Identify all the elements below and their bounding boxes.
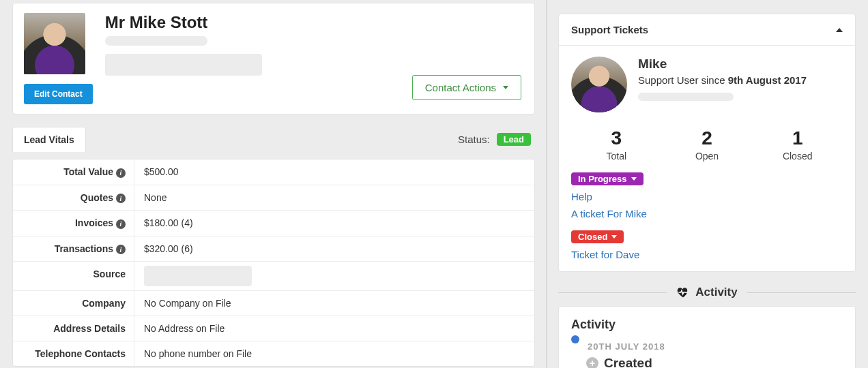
ticket-link[interactable]: Help <box>571 191 843 202</box>
activity-date: 20TH JULY 2018 <box>588 341 843 352</box>
telephone-label: Telephone Contacts <box>35 348 126 359</box>
info-icon[interactable]: i <box>116 245 126 254</box>
chevron-up-icon <box>836 28 843 32</box>
quotes-label: Quotes <box>81 192 113 203</box>
vitals-row-total-value: Total Valuei $500.00 <box>13 159 534 185</box>
source-placeholder-input[interactable] <box>144 266 252 286</box>
lead-vitals-table: Total Valuei $500.00 Quotesi None Invoic… <box>12 159 535 367</box>
address-label: Address Details <box>53 323 126 334</box>
total-value: $500.00 <box>134 159 534 185</box>
plus-circle-icon: + <box>586 357 598 368</box>
avatar-column: Edit Contact <box>24 13 93 104</box>
caret-down-icon <box>631 177 637 181</box>
timeline-dot-icon <box>571 335 579 343</box>
ticket-stat-total: 3 Total <box>571 127 662 162</box>
support-avatar <box>571 57 627 112</box>
address-value: No Address on File <box>134 316 534 341</box>
edit-contact-button[interactable]: Edit Contact <box>24 84 93 104</box>
vitals-row-telephone: Telephone Contacts No phone number on Fi… <box>13 341 534 366</box>
ticket-stats: 3 Total 2 Open 1 Closed <box>571 127 843 162</box>
contact-subtitle-placeholder <box>105 36 207 46</box>
support-tickets-header[interactable]: Support Tickets <box>559 14 855 46</box>
contact-description-placeholder <box>105 54 262 76</box>
heartbeat-icon <box>676 286 690 299</box>
contact-avatar <box>24 13 85 74</box>
activity-header: Activity <box>571 318 843 332</box>
info-icon[interactable]: i <box>116 168 126 178</box>
vitals-row-source: Source <box>13 262 534 291</box>
support-tickets-panel: Support Tickets Mike Support User since … <box>558 14 856 272</box>
support-user-since: Support User since 9th August 2017 <box>638 74 807 86</box>
activity-panel: Activity 20TH JULY 2018 + Created Mr Mik… <box>558 306 856 368</box>
status-label: Status: <box>458 134 490 145</box>
contact-actions-button[interactable]: Contact Actions <box>412 75 521 100</box>
company-label: Company <box>82 298 126 309</box>
vitals-row-company: Company No Company on File <box>13 291 534 316</box>
ticket-stat-open: 2 Open <box>662 127 753 162</box>
ticket-stat-closed: 1 Closed <box>752 127 843 162</box>
tabs-row: Lead Vitals Status: Lead <box>12 127 535 152</box>
vitals-row-quotes: Quotesi None <box>13 185 534 211</box>
company-value: No Company on File <box>134 291 534 316</box>
tab-lead-vitals[interactable]: Lead Vitals <box>12 127 86 152</box>
telephone-value: No phone number on File <box>134 341 534 366</box>
vitals-row-invoices: Invoicesi $180.00 (4) <box>13 211 534 236</box>
source-label: Source <box>93 269 126 279</box>
info-icon[interactable]: i <box>116 219 126 229</box>
closed-badge[interactable]: Closed <box>571 230 624 243</box>
quotes-value: None <box>134 185 534 211</box>
support-tickets-title: Support Tickets <box>571 24 648 35</box>
support-placeholder-line <box>638 93 734 101</box>
caret-down-icon <box>503 86 508 89</box>
status-badge: Lead <box>497 133 531 146</box>
ticket-link[interactable]: Ticket for Dave <box>571 249 843 260</box>
info-icon[interactable]: i <box>116 194 126 203</box>
support-user-name: Mike <box>638 57 807 72</box>
contact-name: Mr Mike Stott <box>105 13 523 32</box>
contact-actions-label: Contact Actions <box>425 82 496 93</box>
ticket-link[interactable]: A ticket For Mike <box>571 208 843 219</box>
invoices-value: $180.00 (4) <box>134 211 534 236</box>
total-value-label: Total Value <box>63 166 113 177</box>
in-progress-badge[interactable]: In Progress <box>571 172 643 185</box>
invoices-label: Invoices <box>75 217 113 228</box>
transactions-label: Transactions <box>55 243 113 254</box>
activity-event-title: Created <box>604 356 652 368</box>
vitals-row-address: Address Details No Address on File <box>13 316 534 341</box>
transactions-value: $320.00 (6) <box>134 236 534 262</box>
activity-section-label: Activity <box>695 286 737 299</box>
activity-section-divider: Activity <box>558 286 856 299</box>
vitals-row-transactions: Transactionsi $320.00 (6) <box>13 236 534 262</box>
caret-down-icon <box>611 235 617 239</box>
